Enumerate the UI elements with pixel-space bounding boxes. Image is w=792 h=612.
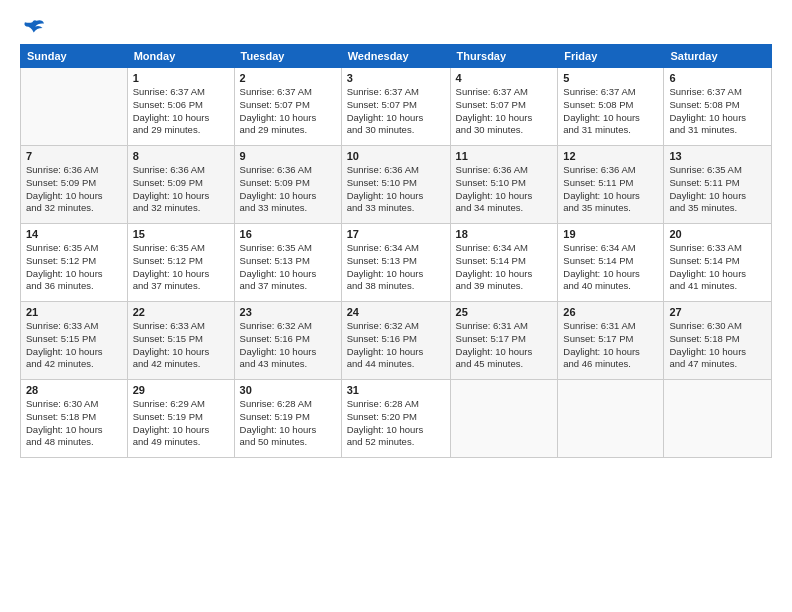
day-number: 8 bbox=[133, 150, 229, 162]
day-cell: 2Sunrise: 6:37 AMSunset: 5:07 PMDaylight… bbox=[234, 68, 341, 146]
day-number: 5 bbox=[563, 72, 658, 84]
day-info: Sunrise: 6:35 AMSunset: 5:11 PMDaylight:… bbox=[669, 164, 766, 215]
day-info: Sunrise: 6:36 AMSunset: 5:10 PMDaylight:… bbox=[347, 164, 445, 215]
day-number: 22 bbox=[133, 306, 229, 318]
day-cell: 28Sunrise: 6:30 AMSunset: 5:18 PMDayligh… bbox=[21, 380, 128, 458]
day-info: Sunrise: 6:35 AMSunset: 5:13 PMDaylight:… bbox=[240, 242, 336, 293]
day-info: Sunrise: 6:37 AMSunset: 5:08 PMDaylight:… bbox=[563, 86, 658, 137]
day-info: Sunrise: 6:35 AMSunset: 5:12 PMDaylight:… bbox=[133, 242, 229, 293]
day-cell: 25Sunrise: 6:31 AMSunset: 5:17 PMDayligh… bbox=[450, 302, 558, 380]
day-number: 31 bbox=[347, 384, 445, 396]
day-number: 6 bbox=[669, 72, 766, 84]
day-cell: 14Sunrise: 6:35 AMSunset: 5:12 PMDayligh… bbox=[21, 224, 128, 302]
day-number: 12 bbox=[563, 150, 658, 162]
day-cell: 12Sunrise: 6:36 AMSunset: 5:11 PMDayligh… bbox=[558, 146, 664, 224]
day-number: 27 bbox=[669, 306, 766, 318]
day-cell: 18Sunrise: 6:34 AMSunset: 5:14 PMDayligh… bbox=[450, 224, 558, 302]
week-row-2: 7Sunrise: 6:36 AMSunset: 5:09 PMDaylight… bbox=[21, 146, 772, 224]
day-number: 29 bbox=[133, 384, 229, 396]
day-info: Sunrise: 6:37 AMSunset: 5:06 PMDaylight:… bbox=[133, 86, 229, 137]
day-number: 21 bbox=[26, 306, 122, 318]
weekday-header-wednesday: Wednesday bbox=[341, 45, 450, 68]
day-cell: 15Sunrise: 6:35 AMSunset: 5:12 PMDayligh… bbox=[127, 224, 234, 302]
logo bbox=[20, 18, 44, 38]
day-cell: 29Sunrise: 6:29 AMSunset: 5:19 PMDayligh… bbox=[127, 380, 234, 458]
day-number: 4 bbox=[456, 72, 553, 84]
day-info: Sunrise: 6:36 AMSunset: 5:10 PMDaylight:… bbox=[456, 164, 553, 215]
day-info: Sunrise: 6:28 AMSunset: 5:19 PMDaylight:… bbox=[240, 398, 336, 449]
day-cell: 19Sunrise: 6:34 AMSunset: 5:14 PMDayligh… bbox=[558, 224, 664, 302]
day-info: Sunrise: 6:36 AMSunset: 5:09 PMDaylight:… bbox=[26, 164, 122, 215]
day-number: 23 bbox=[240, 306, 336, 318]
day-cell: 22Sunrise: 6:33 AMSunset: 5:15 PMDayligh… bbox=[127, 302, 234, 380]
day-info: Sunrise: 6:28 AMSunset: 5:20 PMDaylight:… bbox=[347, 398, 445, 449]
day-number: 13 bbox=[669, 150, 766, 162]
logo-bird-icon bbox=[22, 18, 44, 38]
day-info: Sunrise: 6:33 AMSunset: 5:14 PMDaylight:… bbox=[669, 242, 766, 293]
day-cell: 24Sunrise: 6:32 AMSunset: 5:16 PMDayligh… bbox=[341, 302, 450, 380]
day-number: 2 bbox=[240, 72, 336, 84]
weekday-header-sunday: Sunday bbox=[21, 45, 128, 68]
day-cell: 16Sunrise: 6:35 AMSunset: 5:13 PMDayligh… bbox=[234, 224, 341, 302]
day-info: Sunrise: 6:29 AMSunset: 5:19 PMDaylight:… bbox=[133, 398, 229, 449]
day-number: 10 bbox=[347, 150, 445, 162]
day-info: Sunrise: 6:34 AMSunset: 5:14 PMDaylight:… bbox=[456, 242, 553, 293]
day-cell: 9Sunrise: 6:36 AMSunset: 5:09 PMDaylight… bbox=[234, 146, 341, 224]
day-info: Sunrise: 6:33 AMSunset: 5:15 PMDaylight:… bbox=[133, 320, 229, 371]
day-cell: 21Sunrise: 6:33 AMSunset: 5:15 PMDayligh… bbox=[21, 302, 128, 380]
day-cell: 20Sunrise: 6:33 AMSunset: 5:14 PMDayligh… bbox=[664, 224, 772, 302]
day-cell bbox=[664, 380, 772, 458]
weekday-header-row: SundayMondayTuesdayWednesdayThursdayFrid… bbox=[21, 45, 772, 68]
day-number: 16 bbox=[240, 228, 336, 240]
day-number: 9 bbox=[240, 150, 336, 162]
day-number: 7 bbox=[26, 150, 122, 162]
day-cell: 4Sunrise: 6:37 AMSunset: 5:07 PMDaylight… bbox=[450, 68, 558, 146]
week-row-3: 14Sunrise: 6:35 AMSunset: 5:12 PMDayligh… bbox=[21, 224, 772, 302]
day-cell: 7Sunrise: 6:36 AMSunset: 5:09 PMDaylight… bbox=[21, 146, 128, 224]
day-info: Sunrise: 6:36 AMSunset: 5:09 PMDaylight:… bbox=[133, 164, 229, 215]
day-number: 1 bbox=[133, 72, 229, 84]
day-cell: 10Sunrise: 6:36 AMSunset: 5:10 PMDayligh… bbox=[341, 146, 450, 224]
weekday-header-monday: Monday bbox=[127, 45, 234, 68]
day-number: 25 bbox=[456, 306, 553, 318]
day-info: Sunrise: 6:36 AMSunset: 5:11 PMDaylight:… bbox=[563, 164, 658, 215]
day-number: 26 bbox=[563, 306, 658, 318]
day-number: 14 bbox=[26, 228, 122, 240]
day-info: Sunrise: 6:34 AMSunset: 5:14 PMDaylight:… bbox=[563, 242, 658, 293]
day-number: 28 bbox=[26, 384, 122, 396]
day-cell: 1Sunrise: 6:37 AMSunset: 5:06 PMDaylight… bbox=[127, 68, 234, 146]
day-number: 15 bbox=[133, 228, 229, 240]
day-info: Sunrise: 6:37 AMSunset: 5:08 PMDaylight:… bbox=[669, 86, 766, 137]
weekday-header-saturday: Saturday bbox=[664, 45, 772, 68]
day-info: Sunrise: 6:37 AMSunset: 5:07 PMDaylight:… bbox=[347, 86, 445, 137]
day-number: 11 bbox=[456, 150, 553, 162]
day-info: Sunrise: 6:32 AMSunset: 5:16 PMDaylight:… bbox=[347, 320, 445, 371]
day-info: Sunrise: 6:36 AMSunset: 5:09 PMDaylight:… bbox=[240, 164, 336, 215]
day-number: 18 bbox=[456, 228, 553, 240]
day-cell: 26Sunrise: 6:31 AMSunset: 5:17 PMDayligh… bbox=[558, 302, 664, 380]
day-cell: 8Sunrise: 6:36 AMSunset: 5:09 PMDaylight… bbox=[127, 146, 234, 224]
day-cell: 5Sunrise: 6:37 AMSunset: 5:08 PMDaylight… bbox=[558, 68, 664, 146]
weekday-header-friday: Friday bbox=[558, 45, 664, 68]
day-cell: 30Sunrise: 6:28 AMSunset: 5:19 PMDayligh… bbox=[234, 380, 341, 458]
day-cell: 13Sunrise: 6:35 AMSunset: 5:11 PMDayligh… bbox=[664, 146, 772, 224]
day-info: Sunrise: 6:37 AMSunset: 5:07 PMDaylight:… bbox=[456, 86, 553, 137]
day-cell: 11Sunrise: 6:36 AMSunset: 5:10 PMDayligh… bbox=[450, 146, 558, 224]
calendar-table: SundayMondayTuesdayWednesdayThursdayFrid… bbox=[20, 44, 772, 458]
day-number: 24 bbox=[347, 306, 445, 318]
day-number: 17 bbox=[347, 228, 445, 240]
day-info: Sunrise: 6:34 AMSunset: 5:13 PMDaylight:… bbox=[347, 242, 445, 293]
day-number: 20 bbox=[669, 228, 766, 240]
day-info: Sunrise: 6:30 AMSunset: 5:18 PMDaylight:… bbox=[669, 320, 766, 371]
day-number: 30 bbox=[240, 384, 336, 396]
day-number: 3 bbox=[347, 72, 445, 84]
day-number: 19 bbox=[563, 228, 658, 240]
day-info: Sunrise: 6:30 AMSunset: 5:18 PMDaylight:… bbox=[26, 398, 122, 449]
day-cell: 27Sunrise: 6:30 AMSunset: 5:18 PMDayligh… bbox=[664, 302, 772, 380]
day-cell: 31Sunrise: 6:28 AMSunset: 5:20 PMDayligh… bbox=[341, 380, 450, 458]
weekday-header-tuesday: Tuesday bbox=[234, 45, 341, 68]
day-cell: 17Sunrise: 6:34 AMSunset: 5:13 PMDayligh… bbox=[341, 224, 450, 302]
day-info: Sunrise: 6:31 AMSunset: 5:17 PMDaylight:… bbox=[563, 320, 658, 371]
week-row-4: 21Sunrise: 6:33 AMSunset: 5:15 PMDayligh… bbox=[21, 302, 772, 380]
week-row-1: 1Sunrise: 6:37 AMSunset: 5:06 PMDaylight… bbox=[21, 68, 772, 146]
